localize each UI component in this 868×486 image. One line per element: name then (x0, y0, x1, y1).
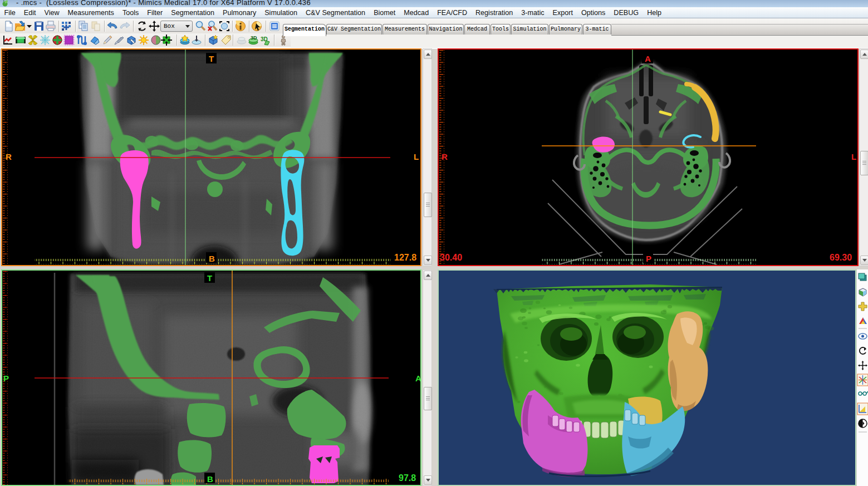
svg-text:B: B (207, 474, 213, 484)
svg-text:L: L (414, 152, 419, 161)
svg-text:R: R (442, 152, 448, 161)
svg-text:69.30: 69.30 (830, 253, 852, 262)
svg-text:R: R (6, 152, 12, 161)
svg-text:P: P (3, 374, 9, 383)
svg-text:T: T (207, 273, 212, 283)
svg-text:A: A (415, 374, 420, 383)
svg-text:P: P (646, 254, 651, 263)
svg-text:L: L (851, 152, 856, 161)
svg-text:127.8: 127.8 (394, 253, 416, 262)
svg-text:3D: 3D (251, 35, 257, 41)
svg-text:A: A (645, 54, 651, 63)
svg-text:97.8: 97.8 (399, 473, 416, 483)
svg-text:B: B (209, 254, 215, 263)
svg-text:T: T (209, 54, 214, 63)
svg-text:30.40: 30.40 (440, 253, 462, 262)
